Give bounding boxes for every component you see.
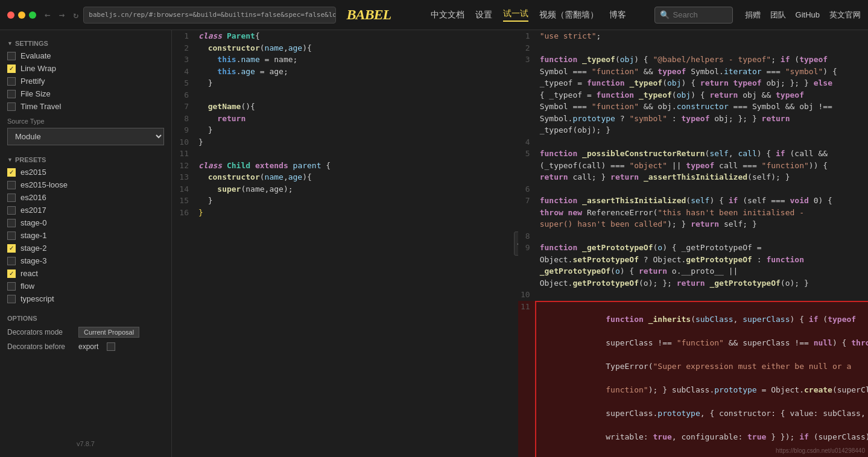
- evaluate-checkbox[interactable]: [7, 52, 16, 60]
- sidebar-item-es2017[interactable]: es2017: [0, 204, 171, 216]
- line-code[interactable]: }: [194, 195, 518, 207]
- search-box[interactable]: 🔍: [654, 7, 733, 24]
- line-code[interactable]: return: [194, 113, 518, 125]
- line-num: 2: [172, 42, 194, 54]
- minimize-circle[interactable]: [18, 11, 25, 19]
- sidebar-item-es2015[interactable]: ✓ es2015: [0, 166, 171, 178]
- line-code[interactable]: [194, 89, 518, 101]
- typescript-checkbox[interactable]: [7, 295, 16, 303]
- sidebar-item-linewrap[interactable]: ✓ Line Wrap: [0, 62, 171, 75]
- line-code[interactable]: function _typeof(obj) { "@babel/helpers …: [535, 54, 868, 66]
- line-num: 4: [518, 136, 535, 148]
- back-btn[interactable]: ←: [45, 9, 51, 20]
- es2017-checkbox[interactable]: [7, 206, 16, 215]
- stage3-checkbox[interactable]: [7, 257, 16, 265]
- english-link[interactable]: 英文官网: [829, 10, 861, 20]
- table-row: 2 constructor(name,age){: [172, 42, 518, 54]
- team-link[interactable]: 团队: [770, 10, 786, 20]
- line-code[interactable]: }: [194, 124, 518, 136]
- react-checkbox[interactable]: ✓: [7, 269, 16, 278]
- line-code[interactable]: }: [194, 77, 518, 89]
- line-code[interactable]: function _getPrototypeOf(o) { _getProtot…: [535, 242, 868, 254]
- stage2-checkbox[interactable]: ✓: [7, 244, 16, 253]
- nav-link-try[interactable]: 试一试: [503, 8, 528, 22]
- line-code[interactable]: [194, 148, 518, 160]
- line-code[interactable]: [535, 136, 868, 148]
- es2015-checkbox[interactable]: ✓: [7, 168, 16, 177]
- nav-link-video[interactable]: 视频（需翻墙）: [539, 10, 598, 20]
- sidebar-item-typescript[interactable]: typescript: [0, 292, 171, 305]
- stage0-checkbox[interactable]: [7, 219, 16, 227]
- line-code[interactable]: getName(){: [194, 101, 518, 113]
- table-row: 5 function _possibleConstructorReturn(se…: [518, 148, 868, 160]
- sidebar-item-es2015-loose[interactable]: es2015-loose: [0, 178, 171, 191]
- line-num: [518, 101, 535, 113]
- sidebar-item-stage3[interactable]: stage-3: [0, 254, 171, 267]
- decorators-before-checkbox[interactable]: [107, 342, 115, 351]
- line-code[interactable]: class Child extends parent {: [194, 160, 518, 172]
- linewrap-checkbox[interactable]: ✓: [7, 65, 16, 73]
- line-code[interactable]: this.name = name;: [194, 54, 518, 66]
- sidebar-item-prettify[interactable]: Prettify: [0, 75, 171, 87]
- sidebar-item-stage1[interactable]: stage-1: [0, 229, 171, 242]
- line-code[interactable]: "use strict";: [535, 30, 868, 42]
- sidebar-item-react[interactable]: ✓ react: [0, 267, 171, 280]
- line-code[interactable]: [535, 42, 868, 54]
- es2016-checkbox[interactable]: [7, 194, 16, 202]
- line-num: 10: [518, 289, 535, 301]
- maximize-circle[interactable]: [29, 11, 36, 19]
- left-code-table: 1 class Parent{ 2 constructor(name,age){…: [172, 30, 518, 218]
- table-row: _getPrototypeOf(o) { return o.__proto__ …: [518, 265, 868, 277]
- table-row: 3 this.name = name;: [172, 54, 518, 66]
- decorators-mode-row: Decorators mode Current Proposal: [0, 324, 171, 340]
- line-code[interactable]: [535, 289, 868, 301]
- forward-btn[interactable]: →: [59, 9, 65, 20]
- refresh-btn[interactable]: ↻: [73, 10, 78, 20]
- timetravel-checkbox[interactable]: [7, 102, 16, 111]
- right-code-panel[interactable]: 1 "use strict"; 2 3 function _typeof(obj…: [518, 30, 868, 457]
- url-bar[interactable]: babeljs.cn/rep/#:browsers=&build=&builti…: [83, 7, 335, 24]
- line-code[interactable]: constructor(name,age){: [194, 42, 518, 54]
- close-circle[interactable]: [7, 11, 14, 19]
- sidebar-item-timetravel[interactable]: Time Travel: [0, 100, 171, 113]
- search-input[interactable]: [673, 10, 727, 19]
- line-code[interactable]: }: [194, 207, 518, 219]
- nav-link-blog[interactable]: 博客: [609, 10, 626, 20]
- stage1-checkbox[interactable]: [7, 232, 16, 240]
- sidebar-item-flow[interactable]: flow: [0, 280, 171, 292]
- donate-link[interactable]: 捐赠: [745, 10, 761, 20]
- table-row: 8 return: [172, 113, 518, 125]
- nav-link-docs[interactable]: 中文文档: [431, 10, 464, 20]
- table-row: Symbol === "function" && obj.constructor…: [518, 101, 868, 113]
- collapse-panel-handle[interactable]: ‹: [514, 232, 518, 256]
- sidebar-item-stage0[interactable]: stage-0: [0, 216, 171, 229]
- prettify-checkbox[interactable]: [7, 77, 16, 86]
- line-code[interactable]: [535, 183, 868, 195]
- left-code-panel[interactable]: 1 class Parent{ 2 constructor(name,age){…: [172, 30, 518, 218]
- sidebar-item-evaluate[interactable]: Evaluate: [0, 49, 171, 62]
- line-code[interactable]: this.age = age;: [194, 66, 518, 78]
- filesize-checkbox[interactable]: [7, 90, 16, 98]
- flow-checkbox[interactable]: [7, 282, 16, 291]
- editor-area: 1 class Parent{ 2 constructor(name,age){…: [172, 30, 868, 457]
- nav-link-settings[interactable]: 设置: [475, 10, 492, 20]
- line-code[interactable]: }: [194, 136, 518, 148]
- line-code[interactable]: constructor(name,age){: [194, 171, 518, 183]
- sidebar-item-filesize[interactable]: File Size: [0, 87, 171, 100]
- table-row: 12 class Child extends parent {: [172, 160, 518, 172]
- table-row: 15 }: [172, 195, 518, 207]
- line-num: 10: [172, 136, 194, 148]
- line-code[interactable]: function _possibleConstructorReturn(self…: [535, 148, 868, 160]
- github-link[interactable]: GitHub: [796, 10, 820, 19]
- sidebar-item-es2016[interactable]: es2016: [0, 191, 171, 204]
- decorators-mode-button[interactable]: Current Proposal: [78, 327, 139, 338]
- line-code[interactable]: function _assertThisInitialized(self) { …: [535, 195, 868, 207]
- line-code[interactable]: [535, 230, 868, 242]
- line-code[interactable]: function _inherits(subClass, superClass)…: [535, 301, 868, 458]
- sidebar-item-stage2[interactable]: ✓ stage-2: [0, 242, 171, 254]
- line-code[interactable]: class Parent{: [194, 30, 518, 42]
- source-type-select[interactable]: Module: [7, 128, 164, 145]
- line-num: [518, 113, 535, 125]
- line-code[interactable]: super(name,age);: [194, 183, 518, 195]
- es2015-loose-checkbox[interactable]: [7, 181, 16, 189]
